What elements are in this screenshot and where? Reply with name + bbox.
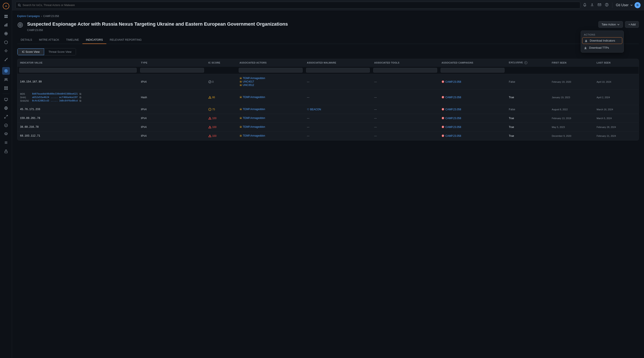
actors-cell-2: 🏛 TEMP.Armageddon bbox=[237, 90, 304, 105]
ic-score-view-button[interactable]: IC Score View bbox=[18, 49, 44, 55]
message-icon[interactable] bbox=[598, 3, 602, 8]
indicator-ip-1[interactable]: 149.154.167.99 bbox=[20, 80, 42, 83]
sidebar-icon-globe[interactable] bbox=[2, 104, 10, 112]
sidebar-icon-shield[interactable] bbox=[2, 38, 10, 46]
sidebar-icon-tools[interactable] bbox=[2, 56, 10, 63]
beacon-link[interactable]: 🛡 BEACON bbox=[307, 108, 369, 111]
tab-indicators[interactable]: INDICATORS bbox=[82, 36, 106, 44]
indicator-ip-3[interactable]: 45.76.171.233 bbox=[20, 108, 40, 111]
tab-details[interactable]: DETAILS bbox=[17, 36, 36, 44]
copy-md5-icon[interactable]: ⧉ bbox=[80, 92, 81, 95]
sidebar-icon-grid[interactable] bbox=[2, 84, 10, 92]
exclusive-cell-4: True bbox=[506, 114, 549, 123]
download-indicators-button[interactable]: Download Indicators bbox=[582, 37, 622, 44]
sidebar-icon-circle[interactable] bbox=[2, 122, 10, 129]
user-menu[interactable]: Gti User G bbox=[616, 2, 640, 8]
indicator-value-cell-6: 68.183.112.71 bbox=[18, 131, 138, 140]
page-title: Suspected Espionage Actor with Russia Ne… bbox=[27, 21, 288, 27]
table-row: MD5 8d07baadbb98d00e330dd043388ee621 ⧉ S… bbox=[18, 90, 638, 105]
campaigns-cell-2: 🎯 CAMP.23.058 bbox=[439, 90, 506, 105]
sidebar-icon-list[interactable] bbox=[2, 139, 10, 146]
threat-score-view-button[interactable]: Threat Score View bbox=[44, 49, 76, 55]
actor-icon-6: 🏛 bbox=[240, 117, 242, 119]
campaign-link-6[interactable]: 🎯 CAMP.23.058 bbox=[442, 134, 504, 137]
tab-timeline[interactable]: TIMELINE bbox=[63, 36, 82, 44]
notifications-icon[interactable] bbox=[583, 3, 587, 8]
indicator-ip-5[interactable]: 38.60.216.78 bbox=[20, 126, 38, 129]
svg-rect-22 bbox=[4, 86, 6, 88]
help-icon[interactable] bbox=[605, 3, 609, 8]
tools-cell-1: --- bbox=[372, 74, 439, 90]
sha1-value[interactable]: a652e93a4624 ..... acf466a4ea19f bbox=[32, 96, 78, 99]
actor-link-armageddon-1[interactable]: 🏛 TEMP.Armageddon bbox=[240, 77, 302, 80]
sidebar-icon-dashboard[interactable] bbox=[2, 13, 10, 20]
indicators-table-container: Indicator Value Type IC Score Associated… bbox=[17, 59, 639, 140]
last-seen-cell-4: March 5, 2024 bbox=[594, 114, 638, 123]
download-indicators-label: Download Indicators bbox=[590, 39, 615, 42]
sidebar-icon-campaigns[interactable] bbox=[2, 67, 10, 75]
actor-icon-2: 🏛 bbox=[240, 80, 242, 83]
campaign-link-3[interactable]: 🎯 CAMP.23.058 bbox=[442, 108, 504, 111]
warning-critical-icon-3 bbox=[208, 134, 211, 137]
actor-link-unc3512[interactable]: 🏛 UNC3512 bbox=[240, 84, 302, 87]
score-badge-2: 86 bbox=[208, 96, 234, 99]
svg-rect-4 bbox=[6, 17, 8, 18]
tools-cell-3: --- bbox=[372, 105, 439, 114]
actor-link-armageddon-2[interactable]: 🏛 TEMP.Armageddon bbox=[240, 96, 302, 99]
first-seen-cell-2: January 19, 2023 bbox=[549, 90, 594, 105]
indicators-table: Indicator Value Type IC Score Associated… bbox=[18, 59, 638, 140]
filter-tools-input[interactable] bbox=[373, 68, 437, 73]
sidebar-icon-analytics[interactable] bbox=[2, 21, 10, 29]
filter-actors-input[interactable] bbox=[239, 68, 303, 73]
table-row: 45.76.171.233 IPV4 ? 75 🏛 bbox=[18, 105, 638, 114]
filter-indicator-input[interactable] bbox=[19, 68, 137, 73]
actors-cell-4: 🏛 TEMP.Armageddon bbox=[237, 114, 304, 123]
view-toggle: IC Score View Threat Score View bbox=[17, 48, 76, 55]
sha256-value[interactable]: 0c4c62082cd3 ..... 3d0c64f6e80cd bbox=[32, 99, 78, 102]
actor-link-unc4017[interactable]: 🏛 UNC4017 bbox=[240, 80, 302, 83]
filter-exclusive bbox=[506, 66, 549, 74]
filter-type-input[interactable] bbox=[140, 68, 204, 73]
campaign-link-4[interactable]: 🎯 CAMP.23.058 bbox=[442, 117, 504, 120]
tab-mitre[interactable]: MITRE ATT&CK bbox=[36, 36, 63, 44]
actor-link-armageddon-4[interactable]: 🏛 TEMP.Armageddon bbox=[240, 117, 302, 120]
filter-malware bbox=[304, 66, 372, 74]
copy-sha256-icon[interactable]: ⧉ bbox=[80, 99, 81, 102]
sidebar-icon-monitor[interactable] bbox=[2, 96, 10, 103]
md5-value[interactable]: 8d07baadbb98d00e330dd043388ee621 bbox=[32, 92, 78, 95]
filter-malware-input[interactable] bbox=[306, 68, 370, 73]
indicator-ip-6[interactable]: 68.183.112.71 bbox=[20, 134, 40, 137]
sidebar-icon-layers[interactable] bbox=[2, 130, 10, 138]
sidebar-icon-groups[interactable] bbox=[2, 76, 10, 83]
filter-actors bbox=[237, 66, 304, 74]
copy-sha1-icon[interactable]: ⧉ bbox=[80, 96, 81, 99]
filter-campaigns-input[interactable] bbox=[440, 68, 504, 73]
topbar: Gti User G bbox=[12, 0, 644, 10]
sidebar-icon-network[interactable] bbox=[2, 30, 10, 38]
actor-link-armageddon-5[interactable]: 🏛 TEMP.Armageddon bbox=[240, 125, 302, 128]
breadcrumb-parent-link[interactable]: Explore Campaigns bbox=[17, 15, 40, 18]
search-input[interactable] bbox=[22, 4, 578, 7]
indicator-ip-4[interactable]: 159.89.201.78 bbox=[20, 117, 40, 120]
take-action-button[interactable]: Take Action bbox=[598, 21, 623, 28]
actor-link-armageddon-3[interactable]: 🏛 TEMP.Armageddon bbox=[240, 108, 302, 111]
actor-icon-4: 🏛 bbox=[240, 96, 242, 98]
campaign-link-1[interactable]: 🎯 CAMP.23.058 bbox=[442, 80, 504, 83]
campaign-link-2[interactable]: 🎯 CAMP.23.058 bbox=[442, 96, 504, 99]
score-badge-4: 100 bbox=[208, 117, 234, 120]
last-seen-cell-6: February 21, 2024 bbox=[594, 131, 638, 140]
add-button[interactable]: + Add bbox=[625, 21, 639, 28]
search-bar[interactable] bbox=[16, 2, 580, 9]
download-ttps-button[interactable]: Download TTPs bbox=[581, 44, 624, 51]
campaign-link-5[interactable]: 🎯 CAMP.23.058 bbox=[442, 126, 504, 129]
sidebar-icon-malware[interactable] bbox=[2, 47, 10, 55]
chevron-down-icon bbox=[617, 23, 620, 26]
exclusive-info-icon[interactable]: i bbox=[524, 61, 527, 64]
sidebar-icon-expand[interactable] bbox=[2, 113, 10, 121]
sidebar-icon-lock[interactable] bbox=[2, 147, 10, 155]
actor-link-armageddon-6[interactable]: 🏛 TEMP.Armageddon bbox=[240, 134, 302, 137]
sha1-label: SHA1 bbox=[20, 96, 30, 99]
upload-icon[interactable] bbox=[590, 3, 594, 8]
tab-reporting[interactable]: RELEVANT REPORTING bbox=[106, 36, 145, 44]
score-badge-1: 0 bbox=[208, 80, 234, 83]
